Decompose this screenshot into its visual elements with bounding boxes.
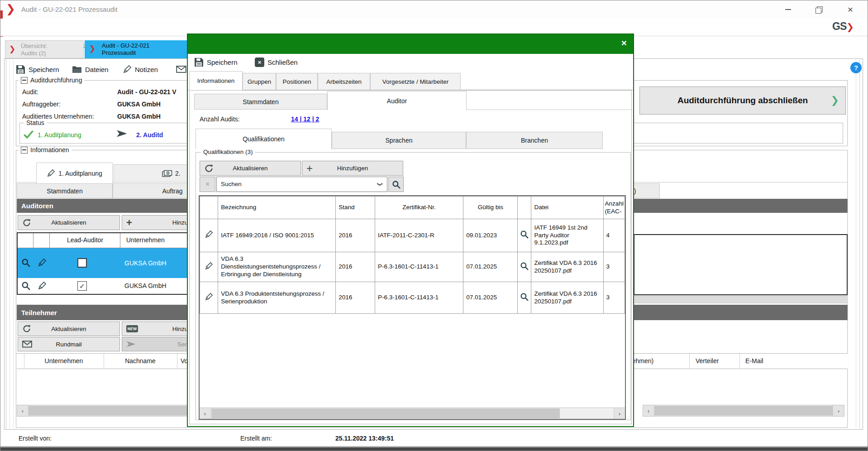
search-value: Suchen bbox=[221, 181, 242, 187]
view-file-cell[interactable] bbox=[518, 219, 531, 252]
edit-cell[interactable] bbox=[200, 282, 218, 314]
close-button[interactable]: × bbox=[837, 0, 864, 19]
scroll-right-button[interactable]: › bbox=[614, 408, 625, 419]
button-label: Rundmail bbox=[56, 341, 81, 348]
column-header-edit bbox=[200, 197, 218, 219]
table-filler bbox=[200, 314, 625, 316]
chevron-right-icon: ❯ bbox=[831, 95, 839, 106]
tab-chevron-icon: ❯ bbox=[89, 44, 95, 53]
qualification-row[interactable]: IATF 16949:2016 / ISO 9001:2015 2016 IAT… bbox=[200, 219, 625, 252]
column-header-company: Unternehmen bbox=[24, 357, 104, 365]
subtab-stammdaten-main[interactable]: Stammdaten bbox=[17, 183, 113, 198]
dialog-horizontal-scrollbar[interactable]: ‹ › bbox=[200, 408, 625, 419]
scroll-left-button[interactable]: ‹ bbox=[200, 408, 211, 419]
tab-label: Auditor bbox=[387, 97, 407, 105]
auditors-refresh-button[interactable]: Aktualisieren bbox=[18, 215, 120, 230]
qualification-row[interactable]: VDA 6.3 Dienstleistungsentstehungsprozes… bbox=[200, 252, 625, 282]
scroll-right-button[interactable]: › bbox=[833, 405, 844, 416]
toolbar-label: Notizen bbox=[135, 66, 158, 73]
tab-auditplanung[interactable]: 1. Auditplanung bbox=[36, 163, 113, 183]
participants-refresh-button[interactable]: Aktualisieren bbox=[18, 321, 120, 336]
dialog-tab-qualifikationen[interactable]: Qualifikationen bbox=[196, 129, 332, 149]
maximize-button[interactable] bbox=[806, 0, 831, 19]
toolbar-notes-button[interactable]: Notizen bbox=[123, 63, 158, 76]
dialog-content: Stammdaten Auditor Anzahl Audits: 14 | 1… bbox=[189, 90, 632, 424]
dialog-close-button[interactable]: × bbox=[621, 38, 627, 48]
scroll-left-button[interactable]: ‹ bbox=[17, 405, 29, 416]
dialog-tab-sprachen[interactable]: Sprachen bbox=[332, 132, 466, 149]
minimize-button[interactable] bbox=[775, 0, 801, 19]
scroll-left-button[interactable]: ‹ bbox=[643, 405, 654, 416]
pen-icon bbox=[205, 230, 213, 239]
scrollbar-thumb[interactable] bbox=[211, 408, 560, 418]
app-logo-chevron-icon: ❯ bbox=[6, 2, 15, 15]
view-file-cell[interactable] bbox=[518, 252, 531, 282]
lead-auditor-checkbox[interactable] bbox=[77, 258, 87, 268]
tab-label: Positionen bbox=[282, 78, 311, 85]
search-button[interactable] bbox=[388, 177, 404, 192]
scroll-right-icon: › bbox=[619, 410, 620, 417]
group-title: Qualifikationen (3) bbox=[203, 149, 253, 155]
audits-count-link[interactable]: 14 | 12 | 2 bbox=[291, 115, 319, 123]
name-cell: VDA 6.3 Dienstleistungsentstehungsprozes… bbox=[218, 252, 336, 282]
dialog-save-button[interactable]: Speichern bbox=[194, 58, 238, 67]
finish-execution-button[interactable]: Auditdurchführung abschließen ❯ bbox=[639, 86, 846, 115]
collapse-icon[interactable] bbox=[21, 147, 28, 154]
dialog-tab-positionen[interactable]: Positionen bbox=[276, 73, 318, 90]
clear-search-button[interactable]: × bbox=[200, 177, 215, 192]
toolbar-save-button[interactable]: Speichern bbox=[16, 63, 59, 76]
field-label: Audit: bbox=[22, 88, 38, 96]
column-header-cert: Zertifikat-Nr. bbox=[375, 197, 463, 219]
qualification-row[interactable]: VDA 6.3 Produktentstehungsprozess / Seri… bbox=[200, 282, 625, 314]
dialog-tab-gruppen[interactable]: Gruppen bbox=[243, 73, 276, 90]
stand-cell: 2016 bbox=[336, 252, 375, 282]
help-button[interactable]: ? bbox=[850, 62, 862, 73]
titlebar: ❯ Audit - GU-22-021 Prozessaudit × bbox=[0, 0, 868, 19]
qualifications-add-button[interactable]: + Hinzufügen bbox=[302, 161, 403, 176]
right-list-scrollbar[interactable] bbox=[634, 296, 848, 303]
edit-cell[interactable] bbox=[200, 219, 218, 252]
search-icon bbox=[520, 230, 529, 239]
qualifications-refresh-button[interactable]: Aktualisieren bbox=[200, 161, 301, 176]
scroll-right-icon: › bbox=[838, 408, 839, 414]
scrollbar-thumb[interactable] bbox=[29, 406, 187, 416]
chevron-down-icon[interactable]: ❯ bbox=[377, 182, 383, 187]
toolbar-files-button[interactable]: Dateien bbox=[72, 63, 109, 76]
dialog-tab-branchen[interactable]: Branchen bbox=[466, 132, 603, 149]
tab-label: Arbeitszeiten bbox=[326, 78, 362, 85]
dialog-titlebar[interactable]: × bbox=[188, 34, 633, 54]
horizontal-scrollbar-right[interactable]: ‹ › bbox=[643, 405, 844, 417]
toolbar-mail-button[interactable] bbox=[176, 63, 186, 76]
button-label: Aktualisieren bbox=[233, 165, 267, 172]
edit-icon[interactable] bbox=[38, 258, 47, 267]
dialog-tab-vorgesetzte[interactable]: Vorgesetzte / Mitarbeiter bbox=[370, 73, 461, 90]
edit-cell[interactable] bbox=[200, 252, 218, 282]
divider bbox=[859, 59, 860, 429]
pen-icon bbox=[205, 262, 213, 270]
company-cell: GUKSA GmbH bbox=[124, 282, 167, 289]
dialog-tab-informationen[interactable]: Informationen bbox=[189, 71, 243, 90]
scrollbar-thumb[interactable] bbox=[654, 406, 833, 416]
toolbar-label: Dateien bbox=[85, 66, 109, 73]
dialog-subtab-auditor[interactable]: Auditor bbox=[327, 91, 467, 110]
dialog-close-toolbar-button[interactable]: × Schließen bbox=[255, 58, 298, 67]
tab-label: Auftrag bbox=[162, 187, 182, 195]
lead-auditor-checkbox[interactable]: ✓ bbox=[77, 281, 87, 291]
collapse-icon[interactable] bbox=[21, 77, 28, 84]
refresh-icon bbox=[22, 218, 31, 227]
edit-icon[interactable] bbox=[38, 281, 47, 290]
document-tab-overview[interactable]: ❯ Übersicht: Audits (2) bbox=[5, 40, 84, 58]
divider bbox=[689, 354, 690, 369]
view-file-cell[interactable] bbox=[518, 282, 531, 314]
search-combobox[interactable]: Suchen ❯ bbox=[216, 177, 387, 192]
arrow-icon bbox=[116, 129, 129, 138]
stand-cell: 2016 bbox=[336, 282, 375, 314]
tab-label: Stammdaten bbox=[243, 98, 278, 106]
dialog-tab-arbeitszeiten[interactable]: Arbeitszeiten bbox=[318, 73, 370, 90]
view-icon[interactable] bbox=[21, 281, 30, 290]
stand-cell: 2016 bbox=[336, 219, 375, 252]
button-label: Hinzufügen bbox=[337, 165, 368, 172]
dialog-subtab-stammdaten[interactable]: Stammdaten bbox=[194, 94, 327, 110]
view-icon[interactable] bbox=[21, 258, 30, 267]
participants-mail-button[interactable]: Rundmail bbox=[18, 337, 120, 351]
